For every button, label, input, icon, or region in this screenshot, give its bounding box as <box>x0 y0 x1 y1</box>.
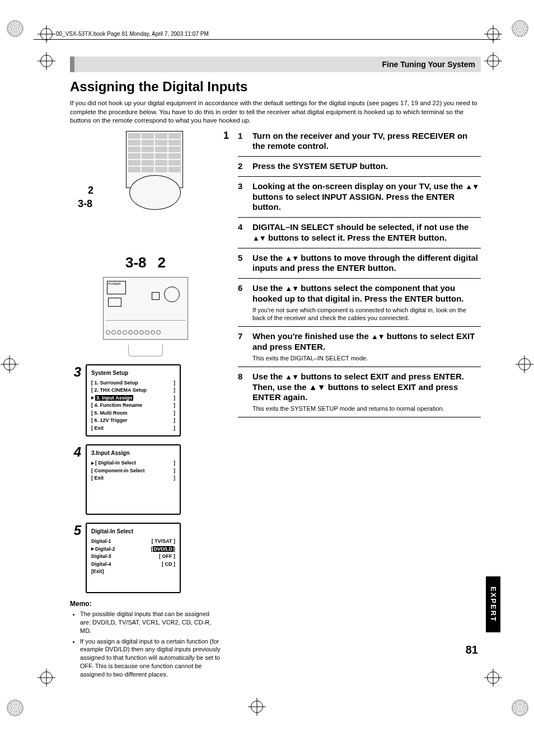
diagram-ref-3: 3-8 <box>78 198 92 210</box>
page-title: Assigning the Digital Inputs <box>70 79 481 95</box>
step-title: Use the ▲▼ buttons to move through the d… <box>252 253 481 274</box>
diagram-ref-1: 1 <box>223 130 229 142</box>
step-number: 2 <box>238 161 248 172</box>
memo-list: The possible digital inputs that can be … <box>70 610 221 679</box>
osd-screen-5: 5 Digital-In SelectDigital-1[ TV/SAT ]Di… <box>70 523 221 593</box>
receiver-brand-label: PIONEER <box>107 281 126 294</box>
step-number: 8 <box>238 372 248 413</box>
osd-screen-3: 3 System Setup[ 1. Surround Setup][ 2. T… <box>70 364 221 437</box>
step-number: 1 <box>238 131 248 152</box>
up-down-arrows-icon: ▲▼ <box>285 373 298 381</box>
diagram-ref-row-left: 3-8 <box>125 254 147 271</box>
step-row: 4DIGITAL–IN SELECT should be selected, i… <box>238 218 481 248</box>
up-down-arrows-icon: ▲▼ <box>465 182 479 191</box>
diagram-ref-2: 2 <box>88 185 93 196</box>
volume-knob-icon <box>164 287 180 302</box>
crop-mark-icon <box>487 672 499 684</box>
crop-mark-icon <box>40 672 53 684</box>
spiral-binding-icon <box>7 699 24 716</box>
up-down-arrows-icon: ▲▼ <box>285 254 298 262</box>
step-title: Use the ▲▼ buttons select the component … <box>252 283 481 304</box>
crop-mark-icon <box>487 28 499 40</box>
crop-mark-icon <box>40 55 53 67</box>
header-rule <box>34 39 500 40</box>
section-banner: Fine Tuning Your System <box>70 57 481 72</box>
step-number: 5 <box>238 253 248 274</box>
book-header-line: 00_VSX-53TX.book Page 81 Monday, April 7… <box>0 0 534 37</box>
up-down-arrows-icon: ▲▼ <box>285 284 298 293</box>
step-row: 7When you're finished use the ▲▼ buttons… <box>238 327 481 367</box>
up-down-arrows-icon: ▲▼ <box>371 332 385 341</box>
step-row: 5Use the ▲▼ buttons to move through the … <box>238 248 481 279</box>
spiral-binding-icon <box>512 20 528 37</box>
page-number: 81 <box>466 644 478 656</box>
spiral-binding-icon <box>7 20 24 37</box>
intro-paragraph: If you did not hook up your digital equi… <box>70 99 481 125</box>
crop-mark-icon <box>3 358 16 370</box>
memo-item: The possible digital inputs that can be … <box>80 610 221 635</box>
step-number: 6 <box>238 283 248 322</box>
crop-mark-icon <box>518 358 531 370</box>
receiver-diagram: PIONEER <box>103 277 188 340</box>
step-row: 6Use the ▲▼ buttons select the component… <box>238 279 481 327</box>
memo-item: If you assign a digital input to a certa… <box>80 637 221 679</box>
crop-mark-icon <box>487 55 499 67</box>
memo-heading: Memo: <box>70 600 221 608</box>
up-down-arrows-icon: ▲▼ <box>252 234 266 242</box>
step-title: Use the ▲▼ buttons to select EXIT and pr… <box>252 372 481 403</box>
side-tab-expert: EXPERT <box>486 576 500 632</box>
osd-screen-4: 4 3.Input Assign[ Digital-in Select][ Co… <box>70 444 221 515</box>
step-subtext: This exits the DIGITAL–IN SELECT mode. <box>252 354 481 362</box>
diagram-ref-row-right: 2 <box>158 254 166 271</box>
step-subtext: If you're not sure which component is co… <box>252 306 481 322</box>
step-number: 4 <box>238 222 248 243</box>
step-title: Looking at the on-screen display on your… <box>252 181 481 213</box>
step-title: DIGITAL–IN SELECT should be selected, if… <box>252 222 481 243</box>
steps-column: 1Turn on the receiver and your TV, press… <box>238 131 481 681</box>
osd-ref-num-5: 5 <box>70 523 81 538</box>
osd-ref-num-3: 3 <box>70 364 81 380</box>
section-banner-title: Fine Tuning Your System <box>74 57 481 72</box>
remote-diagram: 1 2 3-8 <box>104 131 216 220</box>
panel-button-icon <box>152 292 160 300</box>
step-subtext: This exits the SYSTEM SETUP mode and ret… <box>252 405 481 412</box>
step-row: 8Use the ▲▼ buttons to select EXIT and p… <box>238 367 481 418</box>
step-title: Turn on the receiver and your TV, press … <box>252 131 481 152</box>
step-title: Press the SYSTEM SETUP button. <box>252 161 481 172</box>
tray-icon <box>108 298 121 307</box>
crop-mark-icon <box>251 701 263 713</box>
spiral-binding-icon <box>512 699 528 716</box>
step-row: 1Turn on the receiver and your TV, press… <box>238 131 481 157</box>
step-number: 3 <box>238 181 248 213</box>
step-title: When you're finished use the ▲▼ buttons … <box>252 331 481 353</box>
step-row: 3Looking at the on-screen display on you… <box>238 177 481 218</box>
step-number: 7 <box>238 331 248 362</box>
receiver-foot-icon <box>128 345 163 356</box>
diagram-ref-row: 3-8 2 <box>70 254 221 271</box>
crop-mark-icon <box>40 28 53 40</box>
osd-ref-num-4: 4 <box>70 444 81 460</box>
step-row: 2Press the SYSTEM SETUP button. <box>238 157 481 177</box>
